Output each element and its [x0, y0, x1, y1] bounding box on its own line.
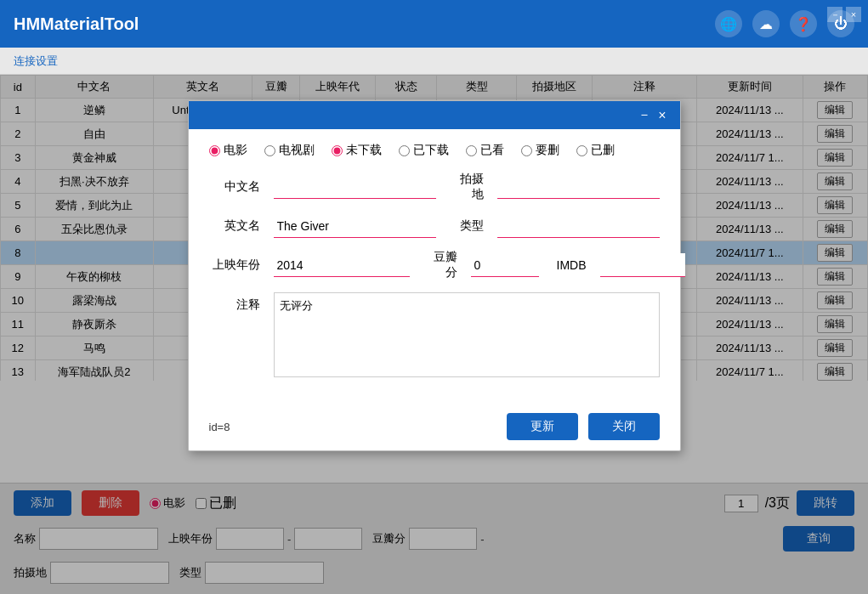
modal-imdb-label: IMDB — [553, 258, 587, 272]
modal-year-label: 上映年份 — [209, 257, 260, 273]
modal-to-delete-radio[interactable] — [521, 145, 532, 156]
modal-minimize-btn[interactable]: － — [634, 106, 655, 124]
modal-row-en-type: 英文名 类型 — [209, 214, 660, 238]
help-icon-btn[interactable]: ❓ — [790, 10, 817, 37]
modal-tv-text: 电视剧 — [279, 143, 315, 158]
modal-note-label: 注释 — [209, 292, 260, 313]
modal-watched-label[interactable]: 已看 — [466, 143, 504, 158]
modal-id-text: id=8 — [209, 421, 230, 433]
modal-note-textarea[interactable]: 无评分 — [274, 292, 660, 377]
minimize-btn[interactable]: － — [827, 7, 842, 22]
modal-cn-input[interactable] — [274, 175, 436, 199]
modal-dl-radio[interactable] — [399, 145, 410, 156]
connection-settings-link[interactable]: 连接设置 — [14, 54, 58, 67]
modal-movie-radio[interactable] — [209, 145, 220, 156]
modal-radio-row: 电影 电视剧 未下载 已下载 — [209, 143, 660, 158]
modal-row-note: 注释 无评分 — [209, 292, 660, 377]
close-btn-main[interactable]: × — [846, 7, 861, 22]
modal-watched-text: 已看 — [480, 143, 504, 158]
modal-not-dl-label[interactable]: 未下载 — [332, 143, 382, 158]
modal-douban-input[interactable] — [471, 253, 539, 277]
connection-bar: 连接设置 — [0, 48, 868, 75]
modal-dl-text: 已下载 — [413, 143, 449, 158]
cloud-icon-btn[interactable]: ☁ — [752, 10, 780, 37]
title-bar: HMMaterialTool 🌐 ☁ ❓ ⏻ － × — [0, 0, 868, 48]
modal-to-delete-label[interactable]: 要删 — [521, 143, 559, 158]
modal-type-label: 类型 — [450, 218, 484, 234]
edit-modal: － × 电影 电视剧 未下载 — [188, 100, 681, 451]
modal-row-year-douban-imdb: 上映年份 豆瓣分 IMDB — [209, 250, 660, 280]
app-title: HMMaterialTool — [14, 14, 715, 34]
modal-year-input[interactable] — [274, 253, 410, 277]
modal-watched-radio[interactable] — [466, 145, 477, 156]
modal-deleted-radio[interactable] — [576, 145, 587, 156]
modal-not-dl-text: 未下载 — [346, 143, 382, 158]
modal-movie-label[interactable]: 电影 — [209, 143, 247, 158]
modal-en-input[interactable] — [274, 214, 436, 238]
modal-close-x-btn[interactable]: × — [655, 108, 669, 123]
modal-type-input[interactable] — [497, 214, 660, 238]
modal-not-dl-radio[interactable] — [332, 145, 343, 156]
modal-body: 电影 电视剧 未下载 已下载 — [189, 129, 680, 403]
modal-en-label: 英文名 — [209, 218, 260, 234]
modal-to-delete-text: 要删 — [536, 143, 559, 158]
main-content: id 中文名 英文名 豆瓣 上映年代 状态 类型 拍摄地区 注释 更新时间 操作… — [0, 75, 868, 594]
modal-close-btn[interactable]: 关闭 — [588, 413, 660, 440]
modal-douban-label: 豆瓣分 — [423, 250, 457, 280]
modal-deleted-label[interactable]: 已删 — [576, 143, 615, 158]
modal-tv-radio[interactable] — [264, 145, 275, 156]
modal-dl-label[interactable]: 已下载 — [399, 143, 449, 158]
modal-row-cn-area: 中文名 拍摄地 — [209, 172, 660, 202]
modal-update-btn[interactable]: 更新 — [507, 413, 578, 440]
global-icon-btn[interactable]: 🌐 — [715, 10, 742, 37]
modal-area-label: 拍摄地 — [450, 172, 484, 202]
modal-imdb-input[interactable] — [600, 253, 685, 277]
modal-header: － × — [189, 101, 680, 129]
modal-footer: id=8 更新 关闭 — [189, 403, 680, 450]
modal-area-input[interactable] — [497, 175, 660, 199]
modal-overlay: － × 电影 电视剧 未下载 — [0, 75, 868, 594]
modal-movie-text: 电影 — [224, 143, 247, 158]
modal-deleted-text: 已删 — [591, 143, 615, 158]
window-controls: － × — [827, 7, 861, 22]
modal-cn-label: 中文名 — [209, 179, 260, 195]
modal-tv-label[interactable]: 电视剧 — [264, 143, 315, 158]
